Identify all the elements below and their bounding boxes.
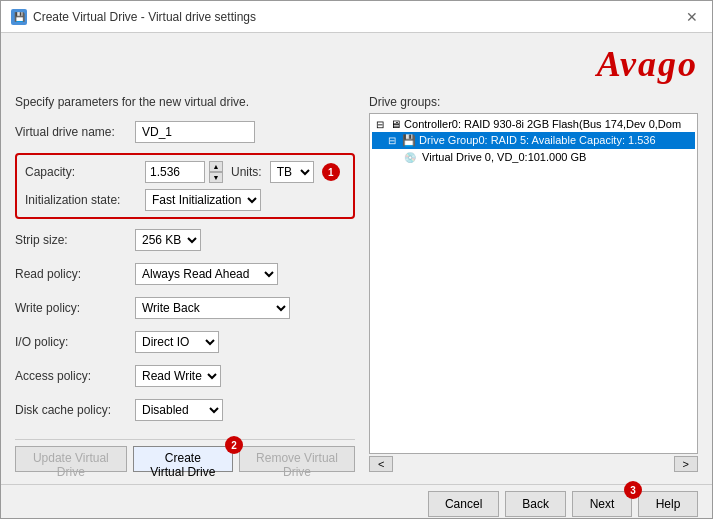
init-state-row: Initialization state: Fast Initializatio… xyxy=(25,189,345,211)
capacity-badge: 1 xyxy=(322,163,340,181)
init-state-select[interactable]: Fast Initialization Full Initialization … xyxy=(145,189,261,211)
tree-expand-icon2: ⊟ xyxy=(388,135,396,146)
strip-size-select[interactable]: 256 KB 64 KB 128 KB 512 KB xyxy=(135,229,201,251)
content-area: Avago Specify parameters for the new vir… xyxy=(1,33,712,480)
capacity-label: Capacity: xyxy=(25,165,145,179)
disk-cache-label: Disk cache policy: xyxy=(15,403,135,417)
main-content: Specify parameters for the new virtual d… xyxy=(15,95,698,472)
read-policy-row: Read policy: Always Read Ahead No Read A… xyxy=(15,261,355,287)
remove-vd-button[interactable]: Remove Virtual Drive xyxy=(239,446,355,472)
vd-name-input[interactable] xyxy=(135,121,255,143)
io-policy-label: I/O policy: xyxy=(15,335,135,349)
highlighted-section: Capacity: ▲ ▼ Units: TB GB MB xyxy=(15,153,355,219)
disk-cache-select[interactable]: Disabled Enabled Unchanged xyxy=(135,399,223,421)
create-vd-button[interactable]: Create Virtual Drive xyxy=(133,446,233,472)
units-label: Units: xyxy=(231,165,262,179)
read-policy-label: Read policy: xyxy=(15,267,135,281)
read-policy-select[interactable]: Always Read Ahead No Read Ahead Adaptive… xyxy=(135,263,278,285)
tree-scroll-left[interactable]: < xyxy=(369,456,393,472)
capacity-down-button[interactable]: ▼ xyxy=(209,172,223,183)
tree-item-vd[interactable]: 💿 Virtual Drive 0, VD_0:101.000 GB xyxy=(372,149,695,165)
window-title: Create Virtual Drive - Virtual drive set… xyxy=(33,10,256,24)
tree-controller-label: 🖥 Controller0: RAID 930-8i 2GB Flash(Bus… xyxy=(390,118,681,130)
access-policy-row: Access policy: Read Write Read Only Bloc… xyxy=(15,363,355,389)
tree-item-drive-group[interactable]: ⊟ 💾 Drive Group0: RAID 5: Available Capa… xyxy=(372,132,695,149)
disk-icon: 💾 xyxy=(11,9,27,25)
capacity-up-button[interactable]: ▲ xyxy=(209,161,223,172)
tree-item-controller[interactable]: ⊟ 🖥 Controller0: RAID 930-8i 2GB Flash(B… xyxy=(372,116,695,132)
tree-vd-label: Virtual Drive 0, VD_0:101.000 GB xyxy=(422,151,586,163)
specify-text: Specify parameters for the new virtual d… xyxy=(15,95,355,109)
next-button[interactable]: Next xyxy=(572,491,632,517)
capacity-row: Capacity: ▲ ▼ Units: TB GB MB xyxy=(25,161,345,183)
help-button[interactable]: Help xyxy=(638,491,698,517)
access-policy-select[interactable]: Read Write Read Only Blocked xyxy=(135,365,221,387)
capacity-spinners: ▲ ▼ xyxy=(209,161,223,183)
left-panel: Specify parameters for the new virtual d… xyxy=(15,95,355,472)
action-buttons: Update Virtual Drive Create Virtual Driv… xyxy=(15,439,355,472)
disk-cache-row: Disk cache policy: Disabled Enabled Unch… xyxy=(15,397,355,423)
write-policy-select[interactable]: Write Back Write Through Bad BBU Write T… xyxy=(135,297,290,319)
back-button[interactable]: Back xyxy=(505,491,566,517)
capacity-controls: ▲ ▼ Units: TB GB MB 1 xyxy=(145,161,340,183)
write-policy-label: Write policy: xyxy=(15,301,135,315)
bottom-buttons: Cancel Back Next 3 Help xyxy=(1,484,712,519)
tree-scroll-right[interactable]: > xyxy=(674,456,698,472)
vd-name-row: Virtual drive name: xyxy=(15,119,355,145)
access-policy-label: Access policy: xyxy=(15,369,135,383)
drive-groups-tree[interactable]: ⊟ 🖥 Controller0: RAID 930-8i 2GB Flash(B… xyxy=(369,113,698,454)
strip-size-label: Strip size: xyxy=(15,233,135,247)
tree-nav: < > xyxy=(369,456,698,472)
vd-name-label: Virtual drive name: xyxy=(15,125,135,139)
write-policy-row: Write policy: Write Back Write Through B… xyxy=(15,295,355,321)
strip-size-row: Strip size: 256 KB 64 KB 128 KB 512 KB xyxy=(15,227,355,253)
capacity-input[interactable] xyxy=(145,161,205,183)
tree-expand-icon: ⊟ xyxy=(376,119,384,130)
create-badge: 2 xyxy=(225,436,243,454)
close-button[interactable]: ✕ xyxy=(682,7,702,27)
units-select[interactable]: TB GB MB xyxy=(270,161,314,183)
main-window: 💾 Create Virtual Drive - Virtual drive s… xyxy=(0,0,713,519)
logo-area: Avago xyxy=(15,43,698,85)
right-panel: Drive groups: ⊟ 🖥 Controller0: RAID 930-… xyxy=(369,95,698,472)
avago-logo: Avago xyxy=(597,43,698,85)
tree-vd-icon: 💿 xyxy=(404,152,416,163)
update-vd-button[interactable]: Update Virtual Drive xyxy=(15,446,127,472)
title-bar: 💾 Create Virtual Drive - Virtual drive s… xyxy=(1,1,712,33)
next-badge: 3 xyxy=(624,481,642,499)
drive-groups-label: Drive groups: xyxy=(369,95,698,109)
io-policy-select[interactable]: Direct IO Cached IO xyxy=(135,331,219,353)
create-vd-wrap: Create Virtual Drive 2 xyxy=(133,446,233,472)
io-policy-row: I/O policy: Direct IO Cached IO xyxy=(15,329,355,355)
next-button-wrap: Next 3 xyxy=(572,491,632,517)
init-state-label: Initialization state: xyxy=(25,193,145,207)
cancel-button[interactable]: Cancel xyxy=(428,491,499,517)
tree-drive-group-label: 💾 Drive Group0: RAID 5: Available Capaci… xyxy=(402,134,655,146)
title-bar-left: 💾 Create Virtual Drive - Virtual drive s… xyxy=(11,9,256,25)
